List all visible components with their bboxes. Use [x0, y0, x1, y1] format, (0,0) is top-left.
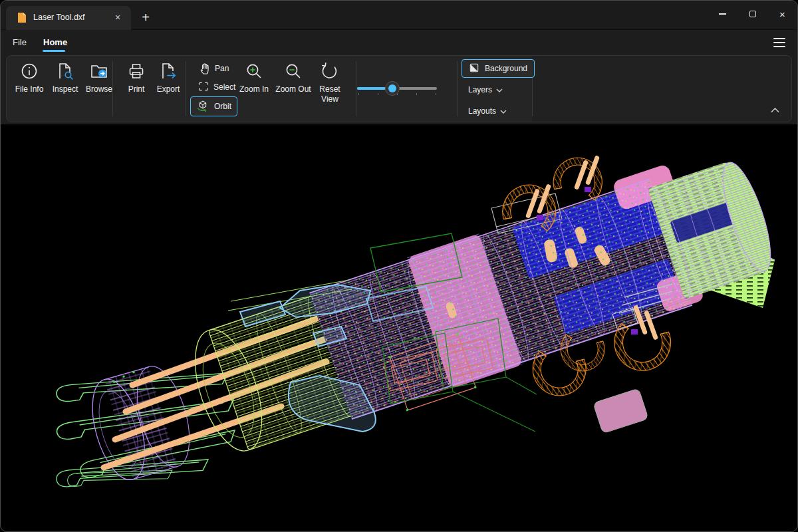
- info-icon: [19, 61, 39, 81]
- inspect-button[interactable]: Inspect: [48, 61, 82, 94]
- app-window: Laser Tool.dxf × + × File Home: [0, 0, 798, 532]
- group-separator: [457, 61, 458, 116]
- chevron-up-icon: [771, 108, 779, 113]
- tab-close-button[interactable]: ×: [111, 11, 124, 24]
- select-tool-button[interactable]: Select: [193, 78, 241, 96]
- wireframe-model: [1, 124, 797, 531]
- menu-home[interactable]: Home: [42, 35, 68, 50]
- printer-icon: [126, 61, 146, 81]
- browse-button[interactable]: Browse: [81, 61, 117, 94]
- background-toggle-button[interactable]: Background: [462, 59, 535, 78]
- viewport-canvas[interactable]: [1, 124, 797, 531]
- ribbon-panel: File Info Inspect Browse Print: [6, 55, 792, 122]
- export-button[interactable]: Export: [152, 61, 185, 94]
- export-document-icon: [158, 61, 178, 81]
- collapse-ribbon-button[interactable]: [767, 104, 782, 116]
- titlebar: Laser Tool.dxf × + ×: [1, 1, 797, 30]
- background-swatch-icon: [469, 63, 479, 75]
- layers-dropdown[interactable]: Layers: [467, 82, 504, 98]
- slider-thumb[interactable]: [385, 81, 400, 96]
- print-button[interactable]: Print: [121, 61, 152, 94]
- active-menu-underline: [43, 50, 65, 52]
- slider-fill: [357, 87, 385, 90]
- new-tab-button[interactable]: +: [136, 9, 155, 26]
- pan-tool-button[interactable]: Pan: [193, 60, 234, 77]
- group-separator: [186, 61, 186, 116]
- tab-title: Laser Tool.dxf: [33, 13, 111, 22]
- minimize-button[interactable]: [708, 1, 737, 27]
- maximize-button[interactable]: [737, 1, 767, 27]
- ribbon: File Info Inspect Browse Print: [1, 54, 797, 124]
- document-icon: [17, 11, 27, 23]
- zoom-in-icon: [244, 61, 264, 81]
- orbit-tool-button[interactable]: Orbit: [190, 96, 237, 116]
- file-info-button[interactable]: File Info: [9, 61, 49, 94]
- browse-folder-icon: [89, 61, 109, 81]
- document-tab[interactable]: Laser Tool.dxf ×: [6, 6, 131, 30]
- menubar: File Home: [1, 31, 797, 54]
- zoom-in-button[interactable]: Zoom In: [235, 61, 273, 94]
- hand-pan-icon: [198, 61, 210, 76]
- zoom-slider: [352, 80, 442, 97]
- reset-view-button[interactable]: Reset View: [313, 61, 347, 104]
- inspect-document-icon: [55, 61, 75, 81]
- reset-view-icon: [320, 61, 340, 81]
- close-button[interactable]: ×: [767, 1, 797, 27]
- chevron-down-icon: [500, 106, 507, 116]
- selection-box-icon: [198, 81, 209, 94]
- orbit-3d-icon: [196, 99, 209, 114]
- zoom-out-button[interactable]: Zoom Out: [274, 61, 313, 94]
- maximize-icon: [749, 11, 756, 17]
- zoom-out-icon: [283, 61, 303, 81]
- minimize-icon: [719, 13, 726, 14]
- chevron-down-icon: [496, 85, 503, 94]
- close-icon: ×: [779, 9, 785, 19]
- ribbon-empty-area: [532, 56, 791, 122]
- hamburger-menu-button[interactable]: [772, 37, 787, 49]
- menu-file[interactable]: File: [11, 35, 28, 50]
- layouts-dropdown[interactable]: Layouts: [467, 103, 508, 119]
